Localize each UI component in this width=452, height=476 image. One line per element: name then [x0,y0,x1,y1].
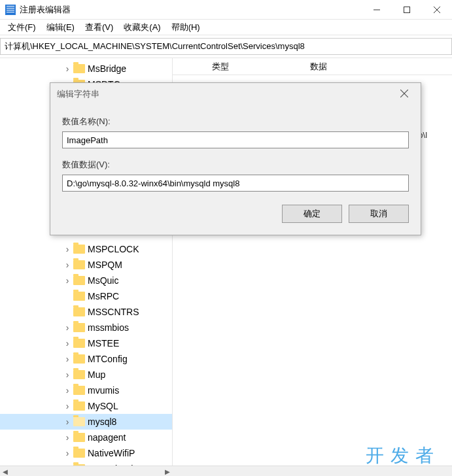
tree-item-mysql[interactable]: ›MySQL [0,398,172,414]
maximize-button[interactable] [392,0,422,20]
folder-icon [73,307,85,316]
menu-file[interactable]: 文件(F) [3,20,41,35]
chevron-right-icon[interactable]: › [63,338,72,348]
chevron-right-icon[interactable]: › [63,260,72,270]
tree-item-label: MSTEE [88,338,119,348]
tree-item-mup[interactable]: ›Mup [0,367,172,382]
value-name-label: 数值名称(N): [62,116,409,128]
titlebar: 注册表编辑器 [0,0,452,20]
tree-item-mssmbios[interactable]: ›mssmbios [0,320,172,335]
folder-icon [73,449,85,458]
tree-item-label: Mup [88,369,105,380]
tree-item-label: mysql8 [88,416,116,427]
folder-icon [73,323,85,332]
folder-icon [73,339,85,348]
menu-edit[interactable]: 编辑(E) [41,20,80,35]
edit-string-dialog: 编辑字符串 数值名称(N): 数值数据(V): 确定 取消 [50,82,421,235]
value-data-input[interactable] [62,175,409,192]
tree-item-mstee[interactable]: ›MSTEE [0,335,172,351]
window-title: 注册表编辑器 [20,4,362,16]
tree-item-label: MSPCLOCK [88,244,139,254]
tree-item-msscntrs[interactable]: MSSCNTRS [0,304,172,320]
tree-item-msbridge[interactable]: ›MsBridge [0,61,172,76]
chevron-right-icon[interactable]: › [63,369,72,380]
chevron-right-icon[interactable]: › [63,416,72,427]
folder-icon [73,354,85,364]
close-button[interactable] [422,0,452,20]
ok-button[interactable]: 确定 [282,205,342,223]
minimize-button[interactable] [362,0,392,20]
folder-icon [73,401,85,411]
value-name-input[interactable] [62,131,409,148]
value-data-label: 数值数据(V): [62,159,409,171]
dialog-title-text: 编辑字符串 [57,88,99,100]
tree-item-label: MTConfig [88,354,128,364]
column-data[interactable]: 数据 [310,61,408,73]
folder-icon [73,276,85,285]
tree-item-label: NativeWifiP [88,448,135,458]
tree-item-label: MySQL [88,401,118,411]
chevron-right-icon[interactable]: › [63,322,72,333]
chevron-right-icon[interactable]: › [63,401,72,411]
tree-item-label: MSSCNTRS [88,307,139,317]
chevron-right-icon[interactable]: › [63,385,72,396]
tree-item-mvumis[interactable]: ›mvumis [0,382,172,398]
tree-item-mspclock[interactable]: ›MSPCLOCK [0,241,172,257]
tree-item-napagent[interactable]: ›napagent [0,430,172,445]
dialog-close-button[interactable] [394,89,414,99]
chevron-right-icon[interactable]: › [63,63,72,74]
svg-rect-1 [404,7,410,12]
tree-item-label: MSPQM [88,260,122,270]
chevron-right-icon[interactable]: › [63,354,72,364]
folder-icon [73,260,85,269]
tree-item-label: napagent [88,432,126,443]
tree-item-label: mssmbios [88,322,129,333]
menubar: 文件(F) 编辑(E) 查看(V) 收藏夹(A) 帮助(H) [0,20,452,35]
tree-item-mysql8[interactable]: ›mysql8 [0,414,172,430]
menu-help[interactable]: 帮助(H) [166,20,205,35]
regedit-icon [5,5,16,15]
list-header: 类型 数据 [173,58,452,75]
address-path: 计算机\HKEY_LOCAL_MACHINE\SYSTEM\CurrentCon… [5,41,305,52]
tree-item-label: MsRPC [88,291,119,301]
chevron-right-icon[interactable]: › [63,275,72,286]
folder-icon [73,417,85,426]
cancel-button[interactable]: 取消 [349,205,409,223]
folder-icon [73,292,85,301]
tree-item-label: MsBridge [88,63,126,74]
tree-item-msrpc[interactable]: MsRPC [0,288,172,304]
folder-icon [73,370,85,379]
folder-icon [73,433,85,442]
menu-favorites[interactable]: 收藏夹(A) [118,20,165,35]
folder-icon [73,245,85,254]
dialog-titlebar: 编辑字符串 [50,83,421,105]
scroll-left-icon[interactable]: ◄ [0,466,10,476]
menu-view[interactable]: 查看(V) [80,20,118,35]
chevron-right-icon[interactable]: › [63,432,72,443]
horizontal-scrollbar[interactable]: ◄ ► [0,466,452,476]
tree-item-label: MsQuic [88,275,118,286]
chevron-right-icon[interactable]: › [63,244,72,254]
tree-item-msquic[interactable]: ›MsQuic [0,273,172,288]
tree-item-mspqm[interactable]: ›MSPQM [0,257,172,273]
chevron-right-icon[interactable]: › [63,448,72,458]
folder-icon [73,64,85,73]
dialog-body: 数值名称(N): 数值数据(V): 确定 取消 [50,105,421,235]
tree-item-nativewifip[interactable]: ›NativeWifiP [0,445,172,461]
address-bar[interactable]: 计算机\HKEY_LOCAL_MACHINE\SYSTEM\CurrentCon… [0,38,452,55]
column-type[interactable]: 类型 [212,61,310,73]
folder-icon [73,386,85,395]
tree-item-mtconfig[interactable]: ›MTConfig [0,351,172,367]
scroll-right-icon[interactable]: ► [162,466,173,476]
tree-item-label: mvumis [88,385,119,396]
